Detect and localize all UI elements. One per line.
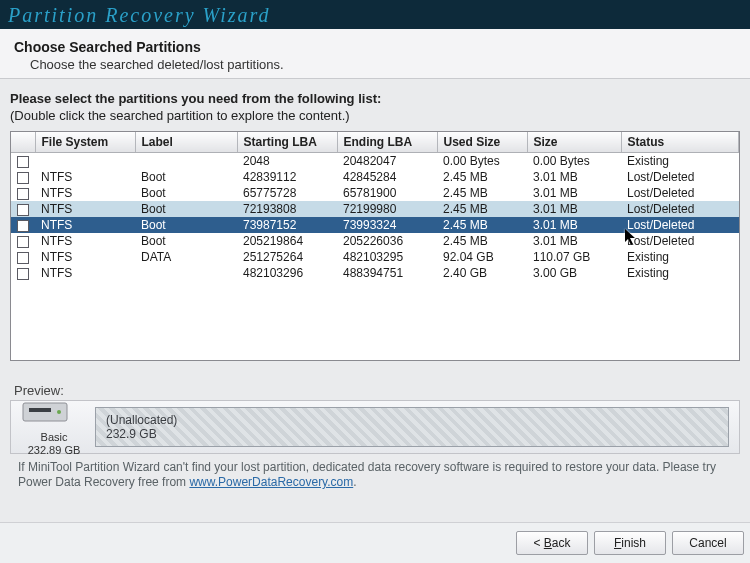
wizard-content: Please select the partitions you need fr… bbox=[0, 79, 750, 522]
col-starting-lba[interactable]: Starting LBA bbox=[237, 132, 337, 153]
table-row[interactable]: NTFSBoot72193808721999802.45 MB3.01 MBLo… bbox=[11, 201, 739, 217]
col-checkbox[interactable] bbox=[11, 132, 35, 153]
cell-label: Boot bbox=[135, 185, 237, 201]
cell-size: 110.07 GB bbox=[527, 249, 621, 265]
table-row[interactable]: NTFSBoot65775728657819002.45 MB3.01 MBLo… bbox=[11, 185, 739, 201]
table-row[interactable]: NTFSBoot2052198642052260362.45 MB3.01 MB… bbox=[11, 233, 739, 249]
cell-status: Lost/Deleted bbox=[621, 185, 739, 201]
cell-filesystem: NTFS bbox=[35, 169, 135, 185]
table-row[interactable]: NTFSBoot42839112428452842.45 MB3.01 MBLo… bbox=[11, 169, 739, 185]
cell-used-size: 2.45 MB bbox=[437, 217, 527, 233]
col-status[interactable]: Status bbox=[621, 132, 739, 153]
col-label[interactable]: Label bbox=[135, 132, 237, 153]
cell-filesystem: NTFS bbox=[35, 249, 135, 265]
cell-label bbox=[135, 153, 237, 170]
power-data-recovery-link[interactable]: www.PowerDataRecovery.com bbox=[189, 475, 353, 489]
cell-used-size: 2.45 MB bbox=[437, 169, 527, 185]
cell-label: Boot bbox=[135, 233, 237, 249]
table-row[interactable]: 2048204820470.00 Bytes0.00 BytesExisting bbox=[11, 153, 739, 170]
table-row[interactable]: NTFSBoot73987152739933242.45 MB3.01 MBLo… bbox=[11, 217, 739, 233]
col-used-size[interactable]: Used Size bbox=[437, 132, 527, 153]
cell-ending-lba: 65781900 bbox=[337, 185, 437, 201]
cell-checkbox[interactable] bbox=[11, 233, 35, 249]
cell-filesystem: NTFS bbox=[35, 233, 135, 249]
cell-checkbox[interactable] bbox=[11, 217, 35, 233]
cell-checkbox[interactable] bbox=[11, 265, 35, 281]
cell-checkbox[interactable] bbox=[11, 153, 35, 170]
row-checkbox[interactable] bbox=[17, 188, 29, 200]
segment-label: (Unallocated) bbox=[106, 413, 177, 427]
cell-starting-lba: 73987152 bbox=[237, 217, 337, 233]
cell-starting-lba: 72193808 bbox=[237, 201, 337, 217]
cell-status: Lost/Deleted bbox=[621, 217, 739, 233]
disk-layout-bar[interactable]: (Unallocated) 232.9 GB bbox=[95, 407, 729, 447]
cell-status: Lost/Deleted bbox=[621, 201, 739, 217]
cell-filesystem: NTFS bbox=[35, 201, 135, 217]
cell-ending-lba: 20482047 bbox=[337, 153, 437, 170]
cell-used-size: 2.45 MB bbox=[437, 233, 527, 249]
instruction-line1: Please select the partitions you need fr… bbox=[10, 91, 740, 106]
finish-button[interactable]: Finish bbox=[594, 531, 666, 555]
col-ending-lba[interactable]: Ending LBA bbox=[337, 132, 437, 153]
cell-filesystem: NTFS bbox=[35, 217, 135, 233]
svg-rect-1 bbox=[29, 408, 51, 412]
row-checkbox[interactable] bbox=[17, 172, 29, 184]
cell-status: Existing bbox=[621, 249, 739, 265]
cell-label bbox=[135, 265, 237, 281]
cell-size: 3.01 MB bbox=[527, 169, 621, 185]
cell-ending-lba: 482103295 bbox=[337, 249, 437, 265]
disk-type: Basic bbox=[21, 431, 87, 444]
cell-checkbox[interactable] bbox=[11, 185, 35, 201]
table-body: 2048204820470.00 Bytes0.00 BytesExisting… bbox=[11, 153, 739, 282]
row-checkbox[interactable] bbox=[17, 252, 29, 264]
row-checkbox[interactable] bbox=[17, 236, 29, 248]
cell-status: Lost/Deleted bbox=[621, 169, 739, 185]
cancel-button[interactable]: Cancel bbox=[672, 531, 744, 555]
cell-status: Existing bbox=[621, 153, 739, 170]
instruction-line2: (Double click the searched partition to … bbox=[10, 108, 740, 123]
cell-used-size: 2.40 GB bbox=[437, 265, 527, 281]
disk-icon: Basic 232.89 GB bbox=[21, 397, 87, 457]
cell-starting-lba: 42839112 bbox=[237, 169, 337, 185]
cell-used-size: 92.04 GB bbox=[437, 249, 527, 265]
table-header[interactable]: File System Label Starting LBA Ending LB… bbox=[11, 132, 739, 153]
cell-size: 3.01 MB bbox=[527, 233, 621, 249]
row-checkbox[interactable] bbox=[17, 156, 29, 168]
header-title: Choose Searched Partitions bbox=[14, 39, 736, 55]
table-row[interactable]: NTFS4821032964883947512.40 GB3.00 GBExis… bbox=[11, 265, 739, 281]
preview-label: Preview: bbox=[14, 383, 740, 398]
row-checkbox[interactable] bbox=[17, 220, 29, 232]
cell-ending-lba: 42845284 bbox=[337, 169, 437, 185]
segment-unallocated: (Unallocated) 232.9 GB bbox=[106, 413, 177, 441]
cell-starting-lba: 2048 bbox=[237, 153, 337, 170]
back-button[interactable]: < Back bbox=[516, 531, 588, 555]
cell-starting-lba: 205219864 bbox=[237, 233, 337, 249]
cell-size: 3.01 MB bbox=[527, 185, 621, 201]
row-checkbox[interactable] bbox=[17, 204, 29, 216]
cell-used-size: 2.45 MB bbox=[437, 201, 527, 217]
cell-size: 0.00 Bytes bbox=[527, 153, 621, 170]
partition-table[interactable]: File System Label Starting LBA Ending LB… bbox=[10, 131, 740, 361]
cell-ending-lba: 205226036 bbox=[337, 233, 437, 249]
hint-text: If MiniTool Partition Wizard can't find … bbox=[10, 454, 740, 492]
cell-filesystem bbox=[35, 153, 135, 170]
cell-filesystem: NTFS bbox=[35, 265, 135, 281]
cell-checkbox[interactable] bbox=[11, 169, 35, 185]
cell-label: Boot bbox=[135, 201, 237, 217]
segment-size: 232.9 GB bbox=[106, 427, 177, 441]
row-checkbox[interactable] bbox=[17, 268, 29, 280]
cell-ending-lba: 72199980 bbox=[337, 201, 437, 217]
col-size[interactable]: Size bbox=[527, 132, 621, 153]
cell-checkbox[interactable] bbox=[11, 249, 35, 265]
cell-starting-lba: 65775728 bbox=[237, 185, 337, 201]
cell-ending-lba: 488394751 bbox=[337, 265, 437, 281]
cell-used-size: 2.45 MB bbox=[437, 185, 527, 201]
window-title: Partition Recovery Wizard bbox=[0, 0, 750, 29]
preview-panel: Basic 232.89 GB (Unallocated) 232.9 GB bbox=[10, 400, 740, 454]
cell-starting-lba: 482103296 bbox=[237, 265, 337, 281]
cell-size: 3.01 MB bbox=[527, 217, 621, 233]
cell-checkbox[interactable] bbox=[11, 201, 35, 217]
col-filesystem[interactable]: File System bbox=[35, 132, 135, 153]
wizard-window: Partition Recovery Wizard Choose Searche… bbox=[0, 0, 750, 563]
table-row[interactable]: NTFSDATA25127526448210329592.04 GB110.07… bbox=[11, 249, 739, 265]
